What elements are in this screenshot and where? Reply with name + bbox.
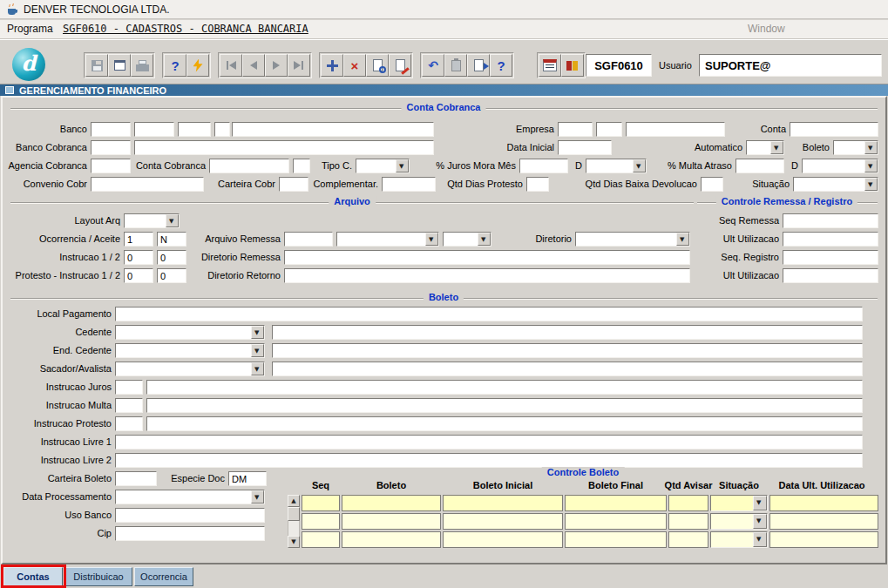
instrucao1-input[interactable] — [124, 250, 153, 265]
prior-record-button[interactable] — [242, 54, 265, 77]
delete-record-button[interactable]: × — [343, 54, 366, 77]
multa-atraso-input[interactable] — [735, 159, 784, 173]
arquivo-remessa-tipo-select[interactable] — [443, 232, 491, 247]
complementar-input[interactable] — [382, 177, 436, 192]
cell-situacao-select-row3[interactable] — [710, 531, 768, 548]
diretorio-retorno-input[interactable] — [284, 268, 690, 283]
layout-arq-select[interactable] — [124, 213, 180, 228]
arquivo-remessa-input[interactable] — [284, 232, 333, 247]
aceite-input[interactable] — [157, 232, 186, 247]
conta-cobranca-digito-input[interactable] — [293, 159, 310, 173]
qtd-dias-baixa-input[interactable] — [701, 177, 723, 192]
cell-boleto-row3[interactable] — [342, 531, 441, 548]
menu-programa[interactable]: Programa — [7, 23, 53, 35]
window-button[interactable] — [108, 54, 131, 77]
cell-seq-row2[interactable] — [302, 513, 340, 530]
instrucao-multa-input[interactable] — [146, 398, 863, 413]
cedente-input[interactable] — [272, 325, 863, 340]
tab-ocorrencia[interactable]: Ocorrencia — [134, 567, 193, 586]
data-inicial-input[interactable] — [558, 140, 612, 155]
automatico-select[interactable] — [746, 140, 784, 155]
cell-boleto-final-row2[interactable] — [565, 513, 667, 530]
banco-field2-input[interactable] — [134, 122, 174, 137]
cell-boleto-row2[interactable] — [342, 513, 441, 530]
instrucao-livre2-input[interactable] — [115, 453, 863, 468]
program-code-field[interactable] — [586, 54, 652, 77]
multa-d-select[interactable] — [802, 159, 878, 173]
empresa-field2-input[interactable] — [596, 122, 622, 137]
instrucao-juros-input[interactable] — [146, 380, 863, 395]
apply-button[interactable] — [467, 54, 490, 77]
especie-doc-input[interactable] — [228, 471, 267, 486]
juros-mora-input[interactable] — [519, 159, 568, 173]
scrollbar-thumb[interactable] — [288, 507, 300, 521]
banco-field3-input[interactable] — [178, 122, 211, 137]
local-pagamento-input[interactable] — [115, 307, 863, 321]
banco-cobranca-code-input[interactable] — [91, 140, 131, 155]
convenio-cobr-input[interactable] — [91, 177, 204, 192]
banco-digit-input[interactable] — [214, 122, 230, 137]
cell-qtd-avisar-row1[interactable] — [668, 495, 708, 511]
cell-data-ult-row1[interactable] — [769, 495, 878, 511]
empresa-code-input[interactable] — [558, 122, 593, 137]
book-button[interactable] — [561, 54, 584, 77]
diretorio-remessa-input[interactable] — [284, 250, 690, 265]
cell-situacao-select-row1[interactable] — [710, 495, 768, 511]
cell-boleto-inicial-row1[interactable] — [443, 495, 563, 511]
edit-record-button[interactable] — [389, 54, 411, 77]
protesto-instrucao2-input[interactable] — [157, 268, 186, 283]
first-record-button[interactable] — [220, 54, 242, 77]
tab-distribuicao[interactable]: Distribuicao — [64, 567, 132, 586]
end-cedente-input[interactable] — [272, 343, 863, 358]
cell-qtd-avisar-row2[interactable] — [668, 513, 708, 530]
cell-boleto-inicial-row3[interactable] — [443, 531, 563, 548]
cell-data-ult-row2[interactable] — [769, 513, 878, 530]
cedente-select[interactable] — [115, 325, 265, 340]
next-record-button[interactable] — [265, 54, 288, 77]
diretorio-select[interactable] — [575, 232, 690, 247]
boleto-select[interactable] — [833, 140, 878, 155]
instrucao2-input[interactable] — [157, 250, 186, 265]
end-cedente-select[interactable] — [115, 343, 265, 358]
situacao-select[interactable] — [793, 177, 878, 192]
instrucao-protesto-cod-input[interactable] — [115, 416, 143, 431]
insert-record-button[interactable] — [321, 54, 343, 77]
arquivo-remessa-formato-select[interactable] — [336, 232, 439, 247]
cell-boleto-inicial-row2[interactable] — [443, 513, 563, 530]
scroll-down-button[interactable] — [288, 536, 300, 548]
menu-program-path[interactable]: SGF0610 - CADASTROS - COBRANCA BANCARIA — [63, 23, 308, 35]
cell-seq-row3[interactable] — [302, 531, 340, 548]
qtd-dias-protesto-input[interactable] — [526, 177, 549, 192]
ocorrencia-input[interactable] — [124, 232, 153, 247]
paste-button[interactable] — [444, 54, 467, 77]
seq-registro-input[interactable] — [783, 250, 878, 265]
help-button[interactable]: ? — [490, 54, 512, 77]
save-button[interactable] — [85, 54, 108, 77]
agencia-cobranca-input[interactable] — [91, 159, 131, 173]
cell-situacao-select-row2[interactable] — [710, 513, 768, 530]
scroll-up-button[interactable] — [288, 495, 300, 507]
cell-boleto-final-row1[interactable] — [565, 495, 667, 511]
empresa-nome-input[interactable] — [626, 122, 725, 137]
cell-boleto-row1[interactable] — [342, 495, 441, 511]
protesto-instrucao1-input[interactable] — [124, 268, 153, 283]
banco-nome-input[interactable] — [232, 122, 434, 137]
calendar-button[interactable] — [539, 54, 561, 77]
conta-cobranca-input[interactable] — [209, 159, 289, 173]
seq-remessa-input[interactable] — [783, 213, 878, 228]
uso-banco-input[interactable] — [115, 508, 265, 523]
cip-input[interactable] — [115, 526, 265, 541]
usuario-field[interactable] — [699, 54, 882, 77]
cell-qtd-avisar-row3[interactable] — [668, 531, 708, 548]
ult-utilizacao-registro-input[interactable] — [783, 268, 878, 283]
conta-input[interactable] — [790, 122, 878, 137]
banco-cobranca-nome-input[interactable] — [134, 140, 434, 155]
sacador-avalista-input[interactable] — [272, 362, 863, 376]
instrucao-juros-cod-input[interactable] — [115, 380, 143, 395]
instrucao-livre1-input[interactable] — [115, 435, 863, 449]
instrucao-multa-cod-input[interactable] — [115, 398, 143, 413]
menu-window[interactable]: Window — [748, 23, 785, 35]
wizard-button[interactable] — [186, 54, 209, 77]
tipo-c-select[interactable] — [356, 159, 410, 173]
juros-d-select[interactable] — [586, 159, 647, 173]
